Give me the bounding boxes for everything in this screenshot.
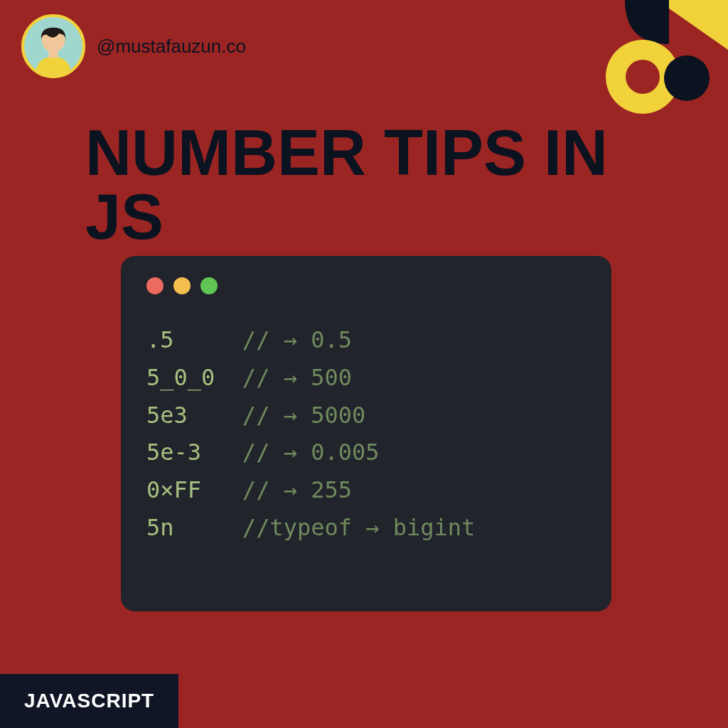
code-card: .5 // → 0.55_0_0 // → 5005e3 // → 50005e… xyxy=(121,256,611,611)
code-comment: // → 5000 xyxy=(242,402,365,429)
code-comment: // → 0.5 xyxy=(242,326,352,353)
svg-point-3 xyxy=(606,40,680,114)
code-line: 5e3 // → 5000 xyxy=(146,397,586,434)
corner-decoration-icon xyxy=(564,0,728,135)
svg-point-4 xyxy=(626,60,660,94)
code-literal: 5_0_0 xyxy=(146,364,215,391)
code-line: .5 // → 0.5 xyxy=(146,321,586,359)
code-line: 5n //typeof → bigint xyxy=(146,509,586,547)
code-comment: //typeof → bigint xyxy=(242,514,476,541)
code-comment: // → 0.005 xyxy=(242,439,380,466)
code-line: 5_0_0 // → 500 xyxy=(146,359,586,397)
svg-point-5 xyxy=(664,55,710,101)
minimize-icon xyxy=(173,277,191,294)
code-literal: 5e3 xyxy=(146,402,188,429)
page-title: NUMBER TIPS IN JS xyxy=(85,121,685,249)
code-line: 5e-3 // → 0.005 xyxy=(146,434,586,471)
code-block: .5 // → 0.55_0_0 // → 5005e3 // → 50005e… xyxy=(146,321,586,547)
avatar xyxy=(21,14,85,78)
window-traffic-lights xyxy=(146,277,586,294)
code-literal: 5e-3 xyxy=(146,439,201,466)
header: @mustafauzun.co xyxy=(21,14,246,78)
code-literal: .5 xyxy=(146,326,174,353)
avatar-illustration-icon xyxy=(24,17,82,75)
account-handle: @mustafauzun.co xyxy=(97,36,246,58)
code-literal: 5n xyxy=(146,514,174,541)
code-comment: // → 255 xyxy=(242,476,352,503)
maximize-icon xyxy=(200,277,218,294)
language-tag: JAVASCRIPT xyxy=(0,674,178,728)
code-comment: // → 500 xyxy=(242,364,352,391)
close-icon xyxy=(146,277,164,294)
code-line: 0×FF // → 255 xyxy=(146,471,586,509)
code-literal: 0×FF xyxy=(146,476,201,503)
